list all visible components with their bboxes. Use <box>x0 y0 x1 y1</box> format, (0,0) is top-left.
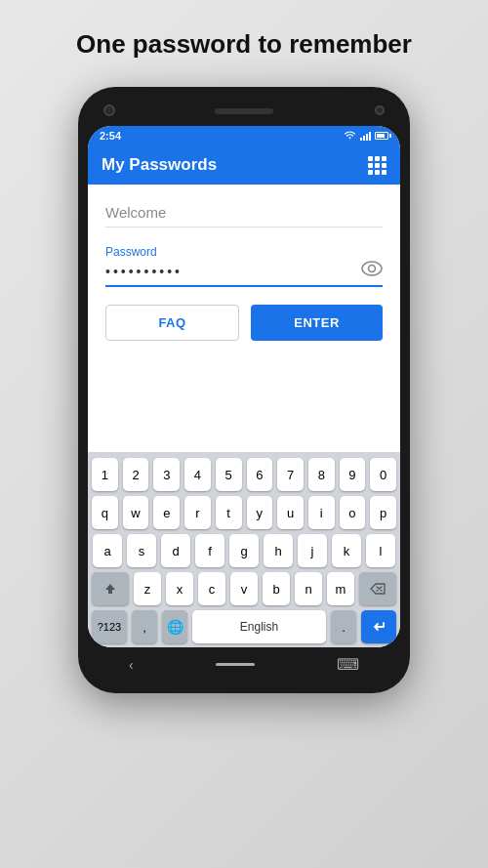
keyboard-enter-key[interactable] <box>361 610 396 643</box>
key-space[interactable]: English <box>192 610 326 643</box>
grid-dot <box>382 156 386 161</box>
app-bar-title: My Passwords <box>102 155 217 175</box>
status-time: 2:54 <box>100 130 121 142</box>
svg-point-4 <box>362 262 382 275</box>
enter-button[interactable]: ENTER <box>251 305 383 341</box>
key-y[interactable]: y <box>247 496 273 529</box>
svg-rect-3 <box>369 132 371 141</box>
key-row-numbers: 1 2 3 4 5 6 7 8 9 0 <box>92 458 396 491</box>
key-z[interactable]: z <box>134 572 161 605</box>
key-j[interactable]: j <box>298 534 327 567</box>
backspace-key[interactable] <box>359 572 396 605</box>
back-nav-icon[interactable]: ‹ <box>129 657 134 673</box>
key-123[interactable]: ?123 <box>92 610 127 643</box>
key-row-asdf: a s d f g h j k l <box>92 534 396 567</box>
phone-bottom-nav: ‹ ⌨ <box>88 647 400 683</box>
key-s[interactable]: s <box>127 534 156 567</box>
svg-point-5 <box>369 266 376 272</box>
camera-right <box>375 105 385 115</box>
key-9[interactable]: 9 <box>340 458 366 491</box>
key-t[interactable]: t <box>216 496 242 529</box>
key-c[interactable]: c <box>198 572 225 605</box>
content-area: Welcome Password •••••••••• FAQ ENTER <box>88 185 400 354</box>
eye-icon[interactable] <box>361 261 383 281</box>
key-5[interactable]: 5 <box>216 458 242 491</box>
svg-rect-0 <box>360 138 362 141</box>
key-u[interactable]: u <box>277 496 304 529</box>
battery-icon <box>375 132 388 140</box>
key-n[interactable]: n <box>295 572 322 605</box>
key-q[interactable]: q <box>92 496 118 529</box>
key-b[interactable]: b <box>263 572 290 605</box>
password-dots: •••••••••• <box>105 264 361 279</box>
key-1[interactable]: 1 <box>92 458 118 491</box>
key-g[interactable]: g <box>229 534 259 567</box>
key-v[interactable]: v <box>230 572 258 605</box>
shift-key[interactable] <box>92 572 129 605</box>
key-p[interactable]: p <box>370 496 396 529</box>
grid-dot <box>382 163 386 168</box>
key-globe[interactable]: 🌐 <box>162 610 187 643</box>
key-o[interactable]: o <box>340 496 366 529</box>
keyboard-nav-icon[interactable]: ⌨ <box>337 655 359 674</box>
key-r[interactable]: r <box>184 496 211 529</box>
key-m[interactable]: m <box>327 572 354 605</box>
key-row-space: ?123 , 🌐 English . <box>92 610 396 643</box>
key-w[interactable]: w <box>123 496 149 529</box>
key-4[interactable]: 4 <box>184 458 211 491</box>
key-h[interactable]: h <box>264 534 293 567</box>
app-bar: My Passwords <box>88 145 400 185</box>
key-period[interactable]: . <box>331 610 356 643</box>
keyboard: 1 2 3 4 5 6 7 8 9 0 q w e r t y u i <box>88 452 400 647</box>
key-6[interactable]: 6 <box>247 458 273 491</box>
svg-rect-1 <box>363 136 365 141</box>
password-field-container: Password •••••••••• <box>105 245 383 287</box>
svg-rect-2 <box>366 134 368 141</box>
grid-dot <box>368 170 373 175</box>
grid-dot <box>368 163 373 168</box>
grid-menu-icon[interactable] <box>368 156 386 175</box>
key-i[interactable]: i <box>308 496 335 529</box>
password-input-row[interactable]: •••••••••• <box>105 261 383 287</box>
key-row-qwerty: q w e r t y u i o p <box>92 496 396 529</box>
key-0[interactable]: 0 <box>370 458 396 491</box>
grid-dot <box>375 163 380 168</box>
signal-icon <box>360 131 371 141</box>
key-k[interactable]: k <box>332 534 361 567</box>
key-row-zxcv: z x c v b n m <box>92 572 396 605</box>
buttons-row: FAQ ENTER <box>105 305 383 341</box>
phone-frame: 2:54 <box>78 87 410 693</box>
key-d[interactable]: d <box>161 534 190 567</box>
grid-dot <box>375 156 380 161</box>
key-comma[interactable]: , <box>132 610 157 643</box>
camera-left <box>103 104 115 116</box>
key-e[interactable]: e <box>153 496 180 529</box>
grid-dot <box>375 170 380 175</box>
wifi-icon <box>344 131 356 141</box>
key-8[interactable]: 8 <box>308 458 335 491</box>
password-label: Password <box>105 245 383 259</box>
grid-dot <box>382 170 386 175</box>
welcome-text: Welcome <box>105 204 383 227</box>
status-bar: 2:54 <box>88 126 400 145</box>
key-3[interactable]: 3 <box>153 458 180 491</box>
home-nav-bar[interactable] <box>216 663 255 666</box>
key-x[interactable]: x <box>166 572 193 605</box>
faq-button[interactable]: FAQ <box>105 305 239 341</box>
phone-screen: 2:54 <box>88 126 400 647</box>
phone-speaker <box>215 108 273 114</box>
empty-space <box>88 354 400 452</box>
key-a[interactable]: a <box>93 534 122 567</box>
grid-dot <box>368 156 373 161</box>
status-icons <box>344 131 388 141</box>
key-7[interactable]: 7 <box>277 458 304 491</box>
key-f[interactable]: f <box>195 534 224 567</box>
key-2[interactable]: 2 <box>123 458 149 491</box>
page-title: One password to remember <box>57 29 431 60</box>
key-l[interactable]: l <box>366 534 395 567</box>
